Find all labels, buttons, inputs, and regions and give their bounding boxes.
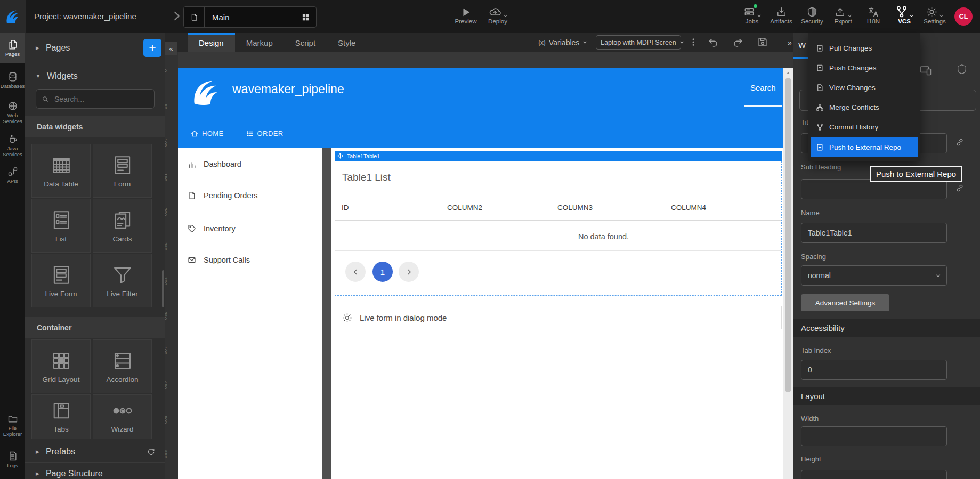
refresh-icon[interactable] <box>147 448 156 457</box>
name-field[interactable]: Table1Table1 <box>801 223 947 243</box>
layout-section-header[interactable]: Layout <box>793 387 980 405</box>
menu-item-view-changes[interactable]: View Changes <box>808 78 920 98</box>
app-search-underline[interactable] <box>744 105 782 107</box>
widget-search-box[interactable] <box>36 89 155 109</box>
scroll-up-icon[interactable] <box>786 71 790 75</box>
settings-button[interactable]: Settings <box>919 4 950 25</box>
canvas-scrollbar[interactable] <box>783 68 793 479</box>
devices-icon[interactable] <box>919 64 933 77</box>
security-button[interactable]: Security <box>797 4 828 25</box>
widget-tile-grid-layout[interactable]: Grid Layout <box>31 339 91 393</box>
advanced-settings-button[interactable]: Advanced Settings <box>801 294 889 311</box>
tab-widget[interactable]: W <box>798 40 806 50</box>
data-table-icon <box>50 154 72 176</box>
column-header-column2[interactable]: COLUMN2 <box>447 204 482 212</box>
tab-script[interactable]: Script <box>284 34 327 52</box>
app-menu-item-dashboard[interactable]: Dashboard <box>178 157 322 172</box>
undo-button[interactable] <box>708 37 719 48</box>
tab-style[interactable]: Style <box>327 34 367 52</box>
rail-item-pages[interactable]: Pages <box>0 33 25 63</box>
vcs-button[interactable]: VCS <box>889 4 920 25</box>
pagination-next-button[interactable] <box>399 262 419 282</box>
width-field[interactable] <box>801 426 947 446</box>
table-widget-body[interactable]: Table1 List ID COLUMN2 COLUMN3 COLUMN4 N… <box>335 161 782 296</box>
variables-button[interactable]: {x} Variables <box>538 33 587 52</box>
preview-button[interactable]: Preview <box>450 4 481 25</box>
wavemaker-logo[interactable] <box>0 0 26 33</box>
nav-order[interactable]: ORDER <box>246 129 284 137</box>
column-header-column3[interactable]: COLUMN3 <box>557 204 593 212</box>
app-menu-item-support-calls[interactable]: Support Calls <box>178 253 322 267</box>
chevron-down-icon <box>757 13 762 18</box>
nav-home[interactable]: HOME <box>191 129 224 137</box>
bind-link-icon[interactable] <box>955 183 965 193</box>
menu-item-pull-changes[interactable]: Pull Changes <box>808 38 920 58</box>
canvas-scrollbar-thumb[interactable] <box>785 78 791 392</box>
sub-heading-field[interactable] <box>801 179 947 199</box>
spacing-select[interactable]: normal <box>801 265 947 286</box>
more-options-button[interactable] <box>689 37 698 47</box>
export-button[interactable]: Export <box>828 4 858 25</box>
app-menu-item-inventory[interactable]: Inventory <box>178 221 322 236</box>
save-button[interactable] <box>757 36 768 48</box>
tab-design[interactable]: Design <box>188 33 235 52</box>
rail-item-file-explorer[interactable]: File Explorer <box>0 409 25 441</box>
widget-tile-accordion[interactable]: Accordion <box>93 339 152 393</box>
user-avatar[interactable]: CL <box>954 7 973 26</box>
pagination-page-1[interactable]: 1 <box>372 262 393 282</box>
widget-tile-form[interactable]: Form <box>93 144 152 198</box>
bind-link-icon[interactable] <box>955 137 965 147</box>
rail-item-databases[interactable]: Databases <box>0 67 25 94</box>
app-menu-divider[interactable] <box>322 148 331 479</box>
prefabs-section-row[interactable]: ▶ Prefabs <box>25 441 165 463</box>
menu-item-push-to-external-repo[interactable]: Push to External Repo <box>811 137 918 157</box>
collapse-panel-button[interactable]: « <box>165 42 177 55</box>
selected-widget[interactable]: Table1Table1 Table1 List ID COLUMN2 COLU… <box>335 151 782 296</box>
app-search-link[interactable]: Search <box>750 83 776 92</box>
tab-markup[interactable]: Markup <box>235 34 284 52</box>
redo-button[interactable] <box>732 37 743 48</box>
pagination-prev-button[interactable] <box>345 262 366 282</box>
app-menu-item-pending-orders[interactable]: Pending Orders <box>178 188 322 203</box>
tab-index-field[interactable]: 0 <box>801 360 947 380</box>
menu-item-push-changes[interactable]: Push Changes <box>808 58 920 78</box>
widget-selection-bar[interactable]: Table1Table1 <box>335 151 782 161</box>
widget-tile-tabs[interactable]: Tabs <box>31 394 91 439</box>
grid-view-icon[interactable] <box>302 13 310 21</box>
accessibility-section-header[interactable]: Accessibility <box>793 319 980 337</box>
column-header-column4[interactable]: COLUMN4 <box>671 204 706 212</box>
live-form-widget[interactable]: Live form in dialog mode <box>335 306 782 329</box>
rail-item-web-services[interactable]: Web Services <box>0 97 25 128</box>
widget-tile-live-form[interactable]: Live Form <box>31 254 91 307</box>
menu-item-merge-conflicts[interactable]: Merge Conflicts <box>808 98 920 117</box>
home-icon <box>191 130 198 137</box>
page-structure-section-row[interactable]: ▶ Page Structure <box>25 463 165 479</box>
widget-search-input[interactable] <box>53 94 141 104</box>
ruler-tick: 100 <box>165 139 168 147</box>
widget-tile-wizard[interactable]: Wizard <box>93 394 152 439</box>
widget-tile-list[interactable]: List <box>31 199 91 253</box>
rail-item-apis[interactable]: APIs <box>0 163 25 188</box>
device-select[interactable]: Laptop with MDPI Screen <box>596 35 681 50</box>
collapsed-arrow-icon: ▶ <box>36 471 39 476</box>
column-header-id[interactable]: ID <box>342 204 349 212</box>
widgets-section-row[interactable]: ▼ Widgets <box>25 63 165 89</box>
widget-tile-live-filter[interactable]: Live Filter <box>93 254 152 307</box>
add-page-button[interactable]: + <box>143 39 161 57</box>
i18n-button[interactable]: I18N <box>858 4 889 25</box>
pages-section-label: Pages <box>46 43 70 53</box>
height-field[interactable] <box>801 470 947 479</box>
rail-item-java-services[interactable]: Java Services <box>0 130 25 161</box>
left-panel-scrollbar[interactable] <box>162 270 164 307</box>
deploy-button[interactable]: Deploy <box>482 4 513 25</box>
page-tab-main[interactable]: Main <box>183 6 317 28</box>
jobs-button[interactable]: Jobs <box>736 4 767 25</box>
menu-item-commit-history[interactable]: Commit History <box>808 117 920 137</box>
artifacts-button[interactable]: Artifacts <box>766 4 797 25</box>
shield-icon[interactable] <box>956 63 968 76</box>
widget-tile-data-table[interactable]: Data Table <box>31 144 91 198</box>
pages-section-row[interactable]: ▶ Pages + <box>25 33 165 63</box>
widget-tile-cards[interactable]: Cards <box>93 199 152 253</box>
rail-item-logs[interactable]: Logs <box>0 445 25 474</box>
move-handle-icon[interactable] <box>337 153 343 159</box>
